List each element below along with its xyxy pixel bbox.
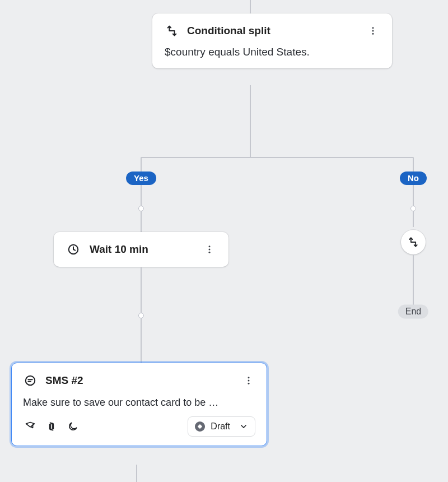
flow-connector bbox=[413, 254, 414, 305]
flow-connector bbox=[250, 85, 251, 157]
card-title: Conditional split bbox=[187, 25, 358, 37]
svg-point-7 bbox=[26, 376, 35, 386]
svg-point-5 bbox=[209, 249, 211, 251]
chat-icon bbox=[23, 373, 38, 388]
branch-end-label: End bbox=[398, 305, 428, 319]
branch-label-yes: Yes bbox=[126, 172, 156, 185]
status-dot-icon bbox=[195, 421, 205, 432]
svg-point-2 bbox=[372, 33, 374, 35]
sms-preview-text: Make sure to save our contact card to be… bbox=[23, 397, 255, 409]
split-condition-text: $country equals United States. bbox=[165, 46, 380, 58]
flow-connector bbox=[136, 465, 137, 482]
sms-card[interactable]: SMS #2 Make sure to save our contact car… bbox=[11, 363, 267, 446]
split-icon bbox=[408, 237, 419, 248]
card-title: SMS #2 bbox=[45, 374, 234, 387]
status-dropdown[interactable]: Draft bbox=[188, 416, 255, 437]
svg-point-1 bbox=[372, 30, 374, 32]
card-options-button[interactable] bbox=[203, 243, 216, 256]
clock-icon bbox=[66, 242, 81, 257]
branch-label-no: No bbox=[400, 172, 427, 185]
conditional-split-card[interactable]: Conditional split $country equals United… bbox=[152, 13, 392, 68]
wait-card[interactable]: Wait 10 min bbox=[54, 232, 228, 267]
quiet-hours-icon bbox=[66, 419, 80, 434]
more-vertical-icon bbox=[204, 244, 214, 254]
svg-point-4 bbox=[209, 245, 211, 247]
card-options-button[interactable] bbox=[366, 24, 380, 38]
connector-junction bbox=[410, 206, 416, 211]
more-vertical-icon bbox=[368, 26, 378, 36]
flow-connector bbox=[413, 158, 414, 227]
card-title: Wait 10 min bbox=[90, 243, 194, 256]
more-vertical-icon bbox=[244, 376, 254, 386]
flow-connector bbox=[250, 0, 251, 13]
connector-junction bbox=[138, 206, 144, 211]
svg-point-11 bbox=[248, 380, 250, 382]
add-split-node-button[interactable] bbox=[401, 230, 426, 254]
status-label: Draft bbox=[211, 421, 230, 432]
chevron-down-icon bbox=[239, 422, 248, 431]
card-options-button[interactable] bbox=[242, 374, 255, 387]
svg-point-6 bbox=[209, 252, 211, 253]
svg-point-0 bbox=[372, 27, 374, 29]
svg-point-12 bbox=[248, 383, 250, 384]
svg-point-10 bbox=[248, 377, 250, 378]
flow-connector bbox=[141, 158, 142, 234]
split-icon bbox=[165, 24, 179, 38]
flow-connector bbox=[141, 157, 414, 158]
consent-icon bbox=[23, 419, 38, 434]
connector-junction bbox=[138, 313, 144, 318]
attachment-icon bbox=[44, 419, 59, 434]
